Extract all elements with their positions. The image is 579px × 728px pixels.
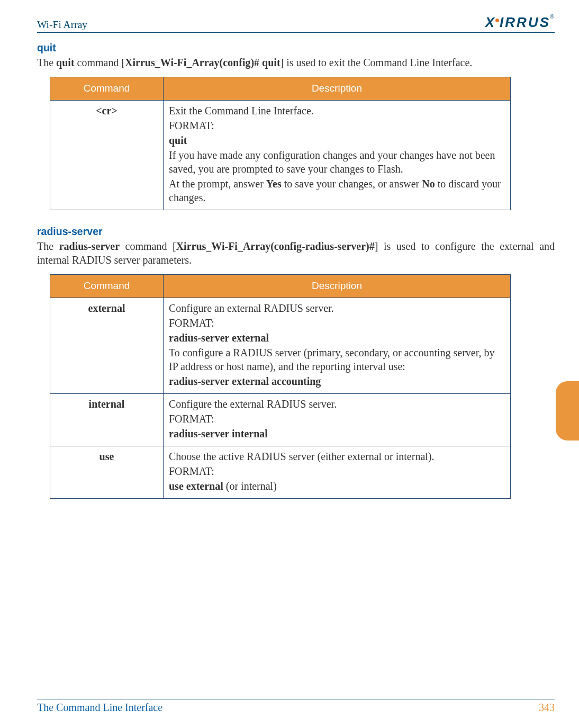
cell-command: use [50,446,164,498]
brand-letter: R [505,14,515,32]
col-header-description: Description [164,77,511,101]
side-tab-icon [556,381,579,441]
text: command [ [120,240,176,252]
brand-letter: R [517,14,527,32]
desc-line: At the prompt, answer Yes to save your c… [169,177,505,204]
section-intro-radius: The radius-server command [Xirrus_Wi-Fi_… [37,239,555,267]
desc-line: Configure an external RADIUS server. [169,301,505,315]
brand-letter: S [540,14,549,32]
brand-letter: X [485,14,495,32]
format-keyword: radius-server external accounting [169,374,505,388]
table-row: <cr> Exit the Command Line Interface. FO… [50,100,511,210]
format-keyword: radius-server external [169,331,505,345]
col-header-command: Command [50,275,164,298]
text: At the prompt, answer [169,178,266,190]
brand-letter: U [528,14,539,32]
keyword-yes: Yes [266,178,282,190]
cell-description: Configure an external RADIUS server. FOR… [164,298,511,393]
desc-line: If you have made any configuration chang… [169,148,505,176]
brand-logo: XIRRUS® [485,14,555,32]
format-keyword: radius-server internal [169,427,505,441]
format-label: FORMAT: [169,119,505,132]
col-header-description: Description [164,275,511,298]
format-keyword: use external [169,480,223,492]
table-row: external Configure an external RADIUS se… [50,298,511,393]
registered-mark: ® [550,13,555,20]
cell-description: Choose the active RADIUS server (either … [164,446,511,498]
table-radius: Command Description external Configure a… [50,274,511,499]
cell-description: Configure the external RADIUS server. FO… [164,393,511,446]
format-keyword: quit [169,133,505,147]
table-quit: Command Description <cr> Exit the Comman… [50,77,511,210]
col-header-command: Command [50,77,164,101]
table-row: internal Configure the external RADIUS s… [50,393,511,446]
desc-line: Choose the active RADIUS server (either … [169,450,505,463]
text: to save your changes, or answer [282,178,422,190]
cell-command: <cr> [50,100,164,210]
cell-command: external [50,298,164,393]
desc-line: Configure the external RADIUS server. [169,397,505,411]
section-intro-quit: The quit command [Xirrus_Wi-Fi_Array(con… [37,56,555,69]
format-label: FORMAT: [169,412,505,426]
format-label: FORMAT: [169,464,505,478]
cell-description: Exit the Command Line Interface. FORMAT:… [164,100,511,210]
format-line: use external (or internal) [169,479,505,493]
command-name: radius-server [59,240,120,252]
keyword-no: No [422,178,435,190]
text: The [37,57,56,68]
page-number: 343 [539,700,555,714]
desc-line: Exit the Command Line Interface. [169,104,505,118]
header-title: Wi-Fi Array [37,18,87,31]
table-header-row: Command Description [50,77,511,101]
text: The [37,240,59,252]
command-name: quit [56,57,74,68]
page-header: Wi-Fi Array XIRRUS® [37,14,555,33]
format-label: FORMAT: [169,316,505,330]
desc-line: To configure a RADIUS server (primary, s… [169,346,505,373]
section-heading-radius: radius-server [37,225,555,238]
section-heading-quit: quit [37,41,555,55]
text: (or internal) [223,480,277,492]
cell-command: internal [50,393,164,446]
brand-letter: I [500,14,504,32]
text: ] is used to exit the Command Line Inter… [281,57,473,68]
cli-prompt: Xirrus_Wi-Fi_Array(config)# quit [125,57,281,68]
footer-section-title: The Command Line Interface [37,700,162,714]
text: command [ [75,57,125,68]
dot-icon [495,19,499,22]
cli-prompt: Xirrus_Wi-Fi_Array(config-radius-server)… [176,240,375,252]
page-footer: The Command Line Interface 343 [37,699,555,714]
table-row: use Choose the active RADIUS server (eit… [50,446,511,498]
table-header-row: Command Description [50,275,511,298]
